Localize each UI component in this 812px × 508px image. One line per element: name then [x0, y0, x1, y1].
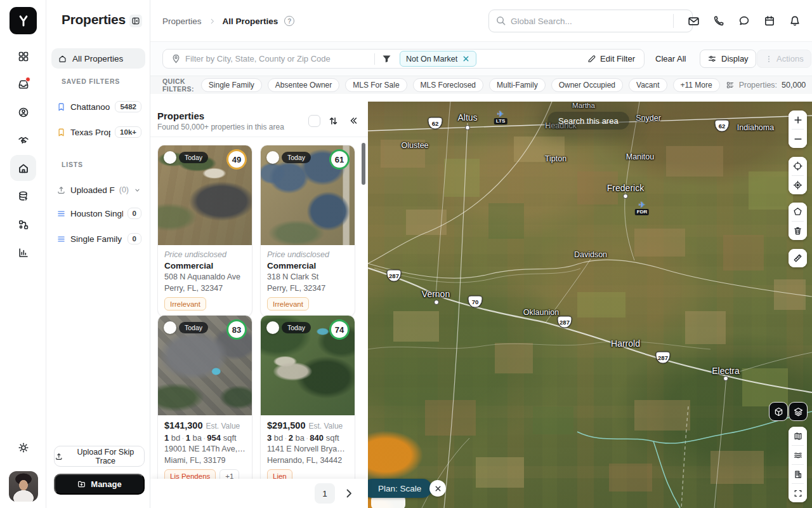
lists-heading: LISTS [62, 161, 83, 168]
delete-shape-button[interactable] [789, 222, 807, 240]
map-style-button[interactable] [789, 427, 807, 445]
phone-button[interactable] [712, 14, 726, 28]
display-button[interactable]: Display [700, 50, 756, 68]
page-number[interactable]: 1 [315, 483, 335, 504]
notifications-button[interactable] [788, 14, 802, 28]
location-filter-input[interactable] [185, 54, 369, 64]
collapse-list-button[interactable] [348, 115, 359, 126]
global-search-input[interactable] [488, 10, 693, 32]
saved-filter-chattanooga[interactable]: Chattanoo... 5482 [51, 96, 147, 117]
quick-filter-mls-foreclosed[interactable]: MLS Foreclosed [413, 78, 483, 92]
settings-button[interactable] [10, 434, 36, 460]
clear-all-button[interactable]: Clear All [655, 49, 686, 69]
quick-filter-multi-family[interactable]: Multi-Family [489, 78, 546, 92]
plan-close-button[interactable] [429, 480, 446, 497]
sidebar-item-all-properties[interactable]: All Properties [51, 48, 145, 69]
list-item-single-family[interactable]: Single Family ... 0 [51, 228, 147, 250]
manage-button[interactable]: Manage [54, 474, 145, 495]
active-filter-chip[interactable]: Not On Market [400, 51, 476, 67]
search-this-area-button[interactable]: Search this area [547, 112, 629, 130]
properties-stats: Properties: 50,000 Avg. Value: $3.8M [726, 81, 812, 90]
list-title: Properties [157, 110, 204, 121]
quick-filters-row: QUICK FILTERS: Single Family Absentee Ow… [150, 76, 812, 94]
double-chevron-left-icon [348, 115, 359, 126]
quick-filter-single-family[interactable]: Single Family [201, 78, 262, 92]
chat-button[interactable] [737, 14, 751, 28]
workflow-nodes-icon [17, 218, 30, 231]
bed-bath-sqft: 1 bd·1 ba·954 sqft [164, 433, 246, 443]
score-badge: 74 [329, 319, 350, 340]
map-canvas[interactable]: MarthaAltus62✈LTSHeadrickSnyder62Indiaho… [368, 102, 812, 508]
home-small-icon [58, 54, 67, 64]
sidebar-item-automations[interactable] [10, 211, 36, 237]
breadcrumb-root[interactable]: Properties [162, 17, 202, 26]
price-undisclosed: Price undisclosed [267, 250, 348, 259]
funnel-filter-icon[interactable] [381, 53, 392, 64]
my-location-button[interactable] [789, 176, 807, 194]
water-layer-button[interactable] [789, 446, 807, 464]
upload-icon [56, 185, 66, 195]
crosshair-button[interactable] [789, 157, 807, 175]
property-card[interactable]: Today 49 Price undisclosed Commercial 50… [157, 145, 252, 317]
saved-filters-heading: SAVED FILTERS [62, 77, 120, 85]
map-3d-button[interactable] [769, 402, 788, 421]
sidebar-item-dashboard[interactable] [10, 43, 36, 69]
sidebar-collapse-button[interactable] [129, 15, 142, 27]
list-divider [150, 137, 368, 137]
plan-chip[interactable]: Plan: Scale [368, 479, 432, 498]
quick-filter-mls-for-sale[interactable]: MLS For Sale [345, 78, 407, 92]
app-logo[interactable] [10, 7, 37, 34]
quick-filter-vacant[interactable]: Vacant [629, 78, 667, 92]
breadcrumb-current: All Properties [223, 17, 278, 26]
property-card[interactable]: Today 61 Price undisclosed Commercial 31… [260, 145, 355, 317]
remove-filter-icon[interactable] [462, 55, 470, 63]
property-card[interactable]: Today 83 $141,300 Est. Value 1 bd·1 ba·9… [157, 315, 252, 489]
property-card[interactable]: Today 74 $291,500 Est. Value 3 bd·2 ba·8… [260, 315, 355, 489]
sidebar-item-properties[interactable] [10, 155, 36, 181]
draw-polygon-button[interactable] [789, 203, 807, 221]
home-icon [17, 162, 30, 175]
quick-filter-more[interactable]: +11 More [673, 78, 720, 92]
list-item-houston-singles[interactable]: Houston Singl... 0 [51, 203, 147, 224]
filter-divider [374, 53, 375, 65]
calendar-button[interactable] [763, 14, 776, 28]
select-all-checkbox[interactable] [308, 115, 320, 127]
saved-filter-texas[interactable]: Texas Prop... 10k+ [51, 121, 147, 143]
fullscreen-button[interactable] [789, 484, 807, 502]
edit-filter-button[interactable]: Edit Filter [587, 54, 635, 64]
user-avatar[interactable] [9, 471, 38, 502]
sidebar-item-inbox[interactable] [10, 71, 36, 97]
price-value: $291,500 [267, 420, 305, 431]
mail-button[interactable] [686, 14, 700, 28]
sidebar-item-data[interactable] [10, 183, 36, 209]
list-scrollbar[interactable] [362, 143, 365, 185]
select-circle[interactable] [266, 321, 279, 334]
sidebar-item-deals[interactable] [10, 127, 36, 153]
select-circle[interactable] [164, 151, 176, 164]
ruler-button[interactable] [789, 249, 807, 267]
sort-button[interactable] [327, 115, 339, 127]
zoom-in-button[interactable] [789, 110, 807, 129]
display-label: Display [721, 54, 749, 64]
sliders-icon [707, 54, 717, 64]
select-circle[interactable] [164, 321, 176, 334]
list-item-count: 0 [128, 208, 141, 219]
help-icon[interactable]: ? [284, 16, 294, 26]
actions-button[interactable]: Actions [757, 50, 811, 68]
pagination-bar: 1 [150, 479, 368, 508]
quick-filter-absentee-owner[interactable]: Absentee Owner [268, 78, 339, 92]
select-circle[interactable] [266, 151, 279, 164]
map-layers-button[interactable] [789, 402, 808, 421]
sidebar-item-contacts[interactable] [10, 99, 36, 125]
buildings-layer-button[interactable] [789, 465, 807, 483]
properties-list-panel: Properties Found 50,000+ properties in t… [150, 94, 368, 508]
sidebar-item-analytics[interactable] [10, 239, 36, 265]
score-badge: 49 [226, 149, 247, 170]
saved-filter-label: Texas Prop... [70, 128, 110, 137]
zoom-out-button[interactable] [789, 130, 807, 148]
card-body: Price undisclosed Commercial 508 N Aquan… [158, 245, 252, 316]
list-item-uploaded-files[interactable]: Uploaded Fi... (0) [51, 179, 147, 201]
quick-filter-owner-occupied[interactable]: Owner Occupied [551, 78, 623, 92]
upload-skip-trace-button[interactable]: Upload For Skip Trace [54, 446, 145, 467]
next-page-button[interactable] [343, 487, 355, 500]
